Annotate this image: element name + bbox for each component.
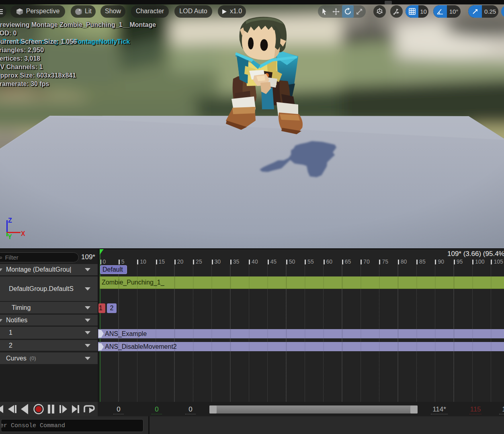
svg-text:X: X: [21, 230, 25, 237]
svg-text:Z: Z: [8, 217, 12, 224]
svg-text:Y: Y: [8, 233, 12, 240]
